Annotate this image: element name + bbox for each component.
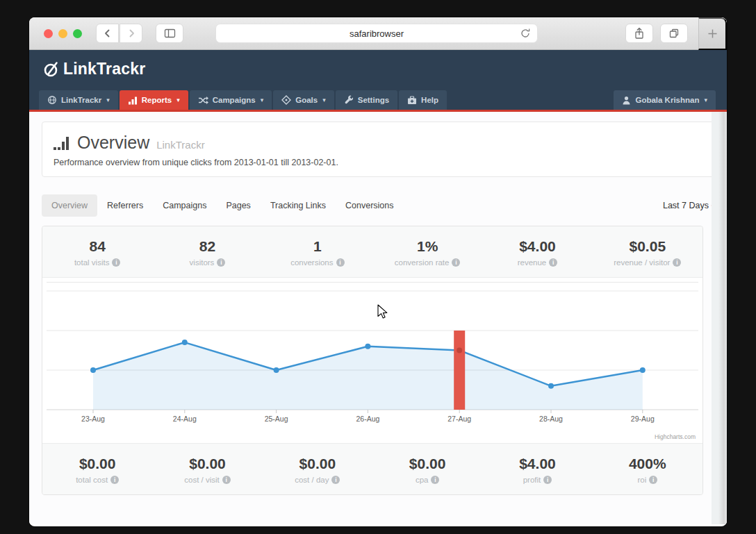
- site-logo[interactable]: LinkTrackr: [42, 60, 145, 78]
- signal-bars-icon: [54, 135, 70, 151]
- sidebar-toggle-button[interactable]: [156, 24, 183, 43]
- back-button[interactable]: [96, 24, 119, 43]
- nav-item-help[interactable]: Help: [399, 90, 447, 110]
- tab-overview-icon: [668, 28, 680, 39]
- tab-overview[interactable]: Overview: [42, 194, 97, 217]
- nav-label: LinkTrackr: [61, 96, 101, 104]
- nav-item-reports[interactable]: Reports ▾: [120, 90, 188, 110]
- caret-down-icon: ▾: [176, 97, 180, 103]
- stat-total-cost: $0.00 total cost: [42, 456, 152, 484]
- tab-tracking-links[interactable]: Tracking Links: [261, 194, 336, 217]
- tab-conversions[interactable]: Conversions: [336, 194, 403, 217]
- traffic-lights: [44, 29, 82, 38]
- info-icon[interactable]: [549, 258, 557, 267]
- info-icon[interactable]: [112, 258, 120, 267]
- show-tabs-button[interactable]: [660, 24, 688, 43]
- stat-value: $4.00: [482, 238, 592, 255]
- stat-label: profit: [523, 476, 541, 484]
- stat-label: revenue: [518, 258, 547, 267]
- shuffle-icon: [198, 96, 208, 105]
- tab-referrers[interactable]: Referrers: [97, 194, 153, 217]
- stat-value: $0.05: [593, 238, 702, 255]
- info-icon[interactable]: [222, 476, 231, 484]
- stat-label: cost / visit: [184, 476, 219, 484]
- stat-label: cost / day: [295, 476, 329, 484]
- page-subtitle: Performance overview from unique clicks …: [54, 158, 702, 167]
- stat-value: 84: [42, 238, 152, 255]
- info-icon[interactable]: [543, 476, 552, 484]
- svg-text:27-Aug: 27-Aug: [447, 415, 471, 423]
- browser-titlebar: safaribrowser: [29, 17, 727, 50]
- nav-item-linktrackr[interactable]: LinkTrackr ▾: [39, 90, 118, 110]
- zoom-window-button[interactable]: [73, 29, 82, 38]
- stat-cost-per-day: $0.00 cost / day: [263, 456, 372, 484]
- stat-conversion-rate: 1% conversion rate: [372, 238, 482, 267]
- reload-button[interactable]: [520, 28, 531, 41]
- info-icon[interactable]: [649, 476, 657, 484]
- nav-label: Settings: [358, 96, 389, 104]
- tab-campaigns[interactable]: Campaigns: [153, 194, 216, 217]
- date-range-dropdown[interactable]: Last 7 Days ▾: [663, 201, 714, 210]
- minimize-window-button[interactable]: [58, 29, 67, 38]
- nav-item-goals[interactable]: Goals ▾: [273, 90, 334, 110]
- user-menu-button[interactable]: Gobala Krishnan ▾: [614, 90, 716, 110]
- user-icon: [622, 96, 631, 105]
- info-icon[interactable]: [217, 258, 225, 267]
- stat-label: cpa: [416, 476, 429, 484]
- info-icon[interactable]: [452, 258, 460, 267]
- stat-conversions: 1 conversions: [263, 238, 372, 267]
- date-range-label: Last 7 Days: [663, 201, 709, 210]
- info-icon[interactable]: [110, 476, 119, 484]
- info-icon[interactable]: [331, 476, 340, 484]
- scrollbar-track[interactable]: [712, 112, 727, 524]
- stat-value: $0.00: [263, 456, 372, 472]
- nav-label: Goals: [295, 96, 318, 104]
- svg-text:23-Aug: 23-Aug: [81, 415, 105, 423]
- share-icon: [634, 27, 645, 40]
- stat-value: $0.00: [372, 456, 482, 472]
- new-tab-button[interactable]: [698, 17, 727, 50]
- browser-window: safaribrowser LinkTrackr LinkTrackr: [29, 17, 727, 526]
- caret-down-icon: ▾: [704, 97, 707, 103]
- tab-pages[interactable]: Pages: [216, 194, 260, 217]
- nav-item-campaigns[interactable]: Campaigns ▾: [190, 90, 272, 110]
- stat-label: visitors: [190, 258, 215, 267]
- caret-down-icon: ▾: [106, 97, 110, 103]
- stat-label: revenue / visitor: [614, 258, 670, 267]
- highcharts-credit[interactable]: Highcharts.com: [655, 433, 696, 440]
- info-icon[interactable]: [336, 258, 345, 267]
- info-icon[interactable]: [673, 258, 681, 267]
- main-nav: LinkTrackr ▾ Reports ▾ Campaigns ▾ Goals…: [29, 88, 727, 112]
- chart-area: 23-Aug24-Aug25-Aug26-Aug27-Aug28-Aug29-A…: [42, 278, 702, 443]
- stat-value: $0.00: [42, 456, 152, 472]
- page-title-suffix: LinkTrackr: [156, 139, 204, 151]
- stat-label: conversions: [290, 258, 333, 267]
- close-window-button[interactable]: [44, 29, 53, 38]
- site-header: LinkTrackr: [29, 50, 727, 88]
- stat-label: total visits: [74, 258, 110, 267]
- stat-cost-per-visit: $0.00 cost / visit: [152, 456, 262, 484]
- svg-text:29-Aug: 29-Aug: [631, 415, 655, 423]
- info-icon[interactable]: [431, 476, 439, 484]
- nav-item-settings[interactable]: Settings: [336, 90, 397, 110]
- address-bar[interactable]: safaribrowser: [215, 24, 538, 43]
- globe-icon: [47, 95, 57, 105]
- overview-panel: 84 total visits 82 visitors 1 conversion…: [42, 226, 703, 495]
- share-button[interactable]: [625, 24, 653, 43]
- linktrackr-logo-icon: [42, 60, 60, 78]
- svg-text:24-Aug: 24-Aug: [173, 415, 197, 423]
- svg-text:28-Aug: 28-Aug: [539, 415, 563, 423]
- stat-cpa: $0.00 cpa: [372, 456, 482, 484]
- stat-revenue-per-visitor: $0.05 revenue / visitor: [593, 238, 702, 267]
- nav-label: Reports: [142, 96, 172, 104]
- svg-text:26-Aug: 26-Aug: [356, 415, 379, 423]
- stat-profit: $4.00 profit: [482, 456, 592, 484]
- stat-visitors: 82 visitors: [152, 238, 262, 267]
- forward-button[interactable]: [120, 24, 142, 43]
- site-logo-text: LinkTrackr: [63, 60, 145, 78]
- page-title: Overview: [77, 133, 149, 153]
- wrench-icon: [344, 95, 354, 105]
- stat-value: 400%: [593, 456, 702, 472]
- stat-label: roi: [637, 476, 646, 484]
- overview-chart[interactable]: 23-Aug24-Aug25-Aug26-Aug27-Aug28-Aug29-A…: [42, 278, 702, 443]
